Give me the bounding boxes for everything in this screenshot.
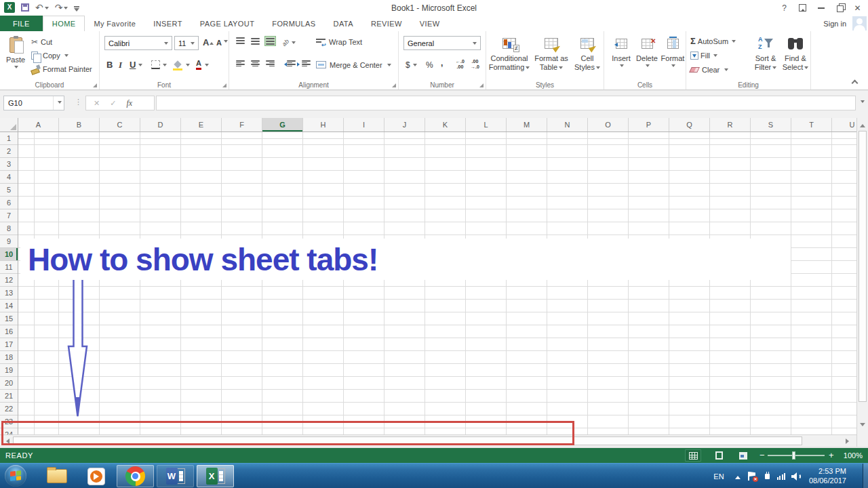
minimize-button[interactable] [812,0,830,16]
merge-center-button[interactable]: Merge & Center [316,59,391,70]
user-avatar[interactable] [852,16,867,30]
number-format-dropdown-icon[interactable] [473,42,477,47]
paste-button[interactable]: Paste [4,34,27,69]
clipboard-dialog-launcher-icon[interactable] [93,83,97,87]
italic-button[interactable]: I [119,59,122,70]
cell-styles-button[interactable]: Cell Styles [572,33,602,72]
column-header-Q[interactable]: Q [669,118,710,131]
vertical-scrollbar[interactable] [856,118,868,447]
volume-button[interactable] [789,464,803,488]
grow-font-button[interactable]: A [203,37,214,48]
decrease-decimal-button[interactable]: .00→.0 [471,58,479,70]
row-header-21[interactable]: 21 [0,390,18,403]
column-header-P[interactable]: P [629,118,669,131]
autosum-button[interactable]: Σ AutoSum [690,35,736,47]
expand-formula-bar-icon[interactable] [861,100,865,105]
scroll-right-button[interactable] [844,437,853,445]
row-header-9[interactable]: 9 [0,235,18,248]
zoom-slider-track[interactable] [768,455,825,456]
show-hidden-icons-button[interactable] [732,464,743,488]
column-header-N[interactable]: N [547,118,588,131]
taskbar-excel[interactable]: X [197,465,234,487]
orientation-button[interactable]: ab [282,37,296,48]
row-header-2[interactable]: 2 [0,145,18,158]
taskbar-chrome[interactable] [117,465,154,487]
font-size-combo[interactable]: 11 [174,36,199,50]
column-header-U[interactable]: U [832,118,856,131]
format-painter-button[interactable]: Format Painter [31,63,92,75]
accounting-format-button[interactable]: $ [406,59,417,70]
fill-button[interactable]: Fill [690,49,717,61]
row-header-16[interactable]: 16 [0,325,18,338]
find-select-dropdown-icon[interactable] [804,66,808,71]
name-box[interactable]: G10 [3,96,64,110]
copy-button[interactable]: Copy [31,49,68,61]
zoom-in-button[interactable]: + [829,451,834,460]
row-header-22[interactable]: 22 [0,403,18,415]
power-status-button[interactable] [761,464,773,488]
bold-button[interactable]: B [106,59,113,70]
underline-dropdown-icon[interactable] [138,64,142,68]
row-header-6[interactable]: 6 [0,197,18,209]
row-header-12[interactable]: 12 [0,274,18,287]
tab-home[interactable]: HOME [43,16,85,31]
tab-review[interactable]: REVIEW [362,16,411,31]
decrease-indent-button[interactable] [286,60,296,68]
row-header-3[interactable]: 3 [0,158,18,171]
fill-dropdown-icon[interactable] [713,54,717,59]
column-header-I[interactable]: I [344,118,384,131]
clear-button[interactable]: Clear [690,64,728,75]
format-as-table-dropdown-icon[interactable] [559,66,563,71]
format-dropdown-icon[interactable] [671,64,675,69]
percent-style-button[interactable]: % [426,59,433,70]
row-header-8[interactable]: 8 [0,222,18,235]
close-button[interactable]: ✕ [848,0,867,16]
bottom-align-button[interactable] [265,37,275,45]
cut-button[interactable]: ✂ Cut [31,36,52,47]
copy-dropdown-icon[interactable] [64,54,68,59]
tab-data[interactable]: DATA [325,16,362,31]
column-header-M[interactable]: M [507,118,547,131]
column-header-O[interactable]: O [588,118,629,131]
column-header-H[interactable]: H [303,118,344,131]
conditional-formatting-dropdown-icon[interactable] [526,66,530,71]
font-color-dropdown-icon[interactable] [205,64,209,68]
row-header-19[interactable]: 19 [0,364,18,377]
select-all-corner[interactable] [0,118,18,132]
autosum-dropdown-icon[interactable] [732,40,736,45]
currency-dropdown-icon[interactable] [413,64,417,68]
row-header-13[interactable]: 13 [0,287,18,300]
insert-function-icon[interactable]: fx [126,98,132,108]
find-select-button[interactable]: Find & Select [781,33,810,72]
row-header-1[interactable]: 1 [0,132,18,145]
normal-view-button[interactable] [685,449,701,462]
page-layout-view-button[interactable] [711,449,727,462]
wrap-text-button[interactable]: Wrap Text [316,36,362,47]
sort-filter-button[interactable]: Sort & Filter [751,33,780,72]
row-header-4[interactable]: 4 [0,171,18,184]
font-family-dropdown-icon[interactable] [164,42,168,47]
column-header-R[interactable]: R [710,118,751,131]
ribbon-display-options-button[interactable] [793,0,812,16]
font-color-button[interactable]: A [196,59,209,70]
row-header-7[interactable]: 7 [0,209,18,222]
taskbar-file-explorer[interactable] [42,465,72,487]
cell-styles-dropdown-icon[interactable] [596,66,600,71]
page-break-view-button[interactable] [735,449,751,462]
delete-button[interactable]: Delete [635,33,658,68]
conditional-formatting-button[interactable]: Conditional Formatting [488,33,530,72]
fill-color-button[interactable] [173,59,190,70]
column-header-G[interactable]: G [262,118,303,131]
vertical-scrollbar-thumb[interactable] [859,131,867,402]
fill-color-dropdown-icon[interactable] [186,64,190,68]
merge-center-dropdown-icon[interactable] [387,64,391,68]
number-format-combo[interactable]: General [403,36,481,50]
insert-button[interactable]: Insert [610,33,633,68]
font-family-combo[interactable]: Calibri [104,36,172,50]
format-button[interactable]: Format [661,33,684,68]
language-indicator[interactable]: EN [711,464,727,488]
row-header-10[interactable]: 10 [0,248,18,261]
comma-style-button[interactable]: , [441,57,443,68]
row-header-14[interactable]: 14 [0,300,18,312]
row-header-20[interactable]: 20 [0,377,18,390]
